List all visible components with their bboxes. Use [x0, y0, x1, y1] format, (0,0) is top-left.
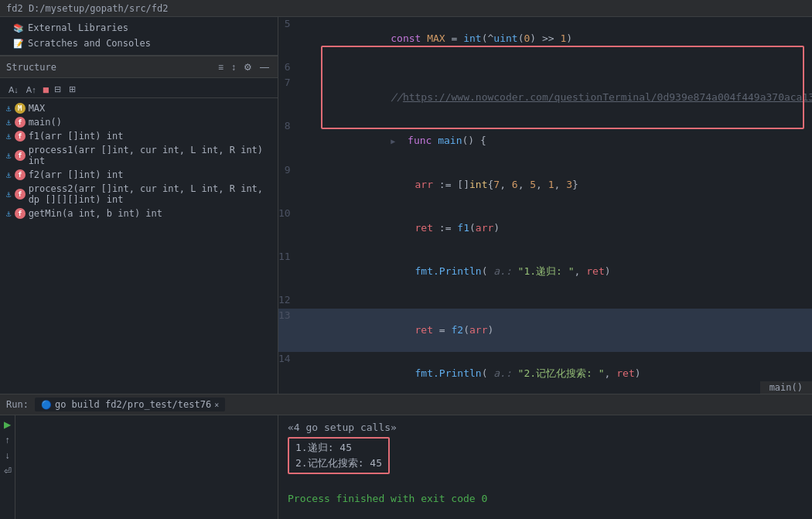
top-bar-title: fd2 D:/mysetup/gopath/src/fd2 — [6, 3, 169, 14]
terminal-sidebar-spacer — [15, 415, 278, 519]
line-content-5[interactable]: const MAX = int(^uint(0) >> 1) — [300, 17, 812, 60]
line-content-7[interactable]: //https://www.nowcoder.com/questionTermi… — [300, 76, 812, 119]
line-num-10: 10 — [278, 207, 300, 250]
scroll-up-button[interactable]: ↑ — [5, 434, 11, 446]
terminal-text-1: 1.递归: 45 — [295, 442, 352, 453]
func-icon-process2: f — [15, 189, 26, 200]
sort-button[interactable]: ≡ — [216, 61, 226, 73]
struct-item-f2[interactable]: ⚓ f f2(arr []int) int — [0, 168, 278, 182]
terminal-output[interactable]: «4 go setup calls» 1.递归: 45 2.记忆化搜索: 45 … — [278, 415, 812, 519]
struct-process1-label: process1(arr []int, cur int, L int, R in… — [29, 145, 271, 166]
sort-alpha-button[interactable]: ↕ — [229, 61, 238, 73]
sort-az-button[interactable]: A↓ — [6, 84, 21, 95]
sidebar-top: 📚 External Libraries 📝 Scratches and Con… — [0, 17, 278, 56]
terminal-line-1: 1.递归: 45 — [295, 440, 382, 456]
anchor-icon-6: ⚓ — [6, 190, 12, 200]
line-content-11[interactable]: fmt.Println( a.: "1.递归: ", ret) — [300, 250, 812, 293]
line-num-13: 13 — [278, 309, 300, 352]
line-num-7: 7 — [278, 76, 300, 119]
expand-button[interactable]: — — [258, 61, 271, 73]
terminal-line-2: 2.记忆化搜索: 45 — [295, 456, 382, 471]
func-icon-getMin: f — [15, 208, 26, 219]
wrap-button[interactable]: ⏎ — [3, 465, 12, 477]
terminal-output-box: 1.递归: 45 2.记忆化搜索: 45 — [288, 437, 390, 474]
struct-item-f1[interactable]: ⚓ f f1(arr []int) int — [0, 129, 278, 143]
func-icon-f2: f — [15, 169, 26, 180]
scratches-icon: 📝 — [12, 37, 25, 50]
func-icon-f1: f — [15, 131, 26, 142]
run-tab-label: go build fd2/pro_test/test76 — [55, 399, 211, 410]
struct-process2-label: process2(arr []int, cur int, L int, R in… — [29, 183, 271, 205]
fold-arrow-8[interactable]: ▶ — [391, 135, 401, 149]
line-content-13[interactable]: ret = f2(arr) — [300, 309, 812, 352]
line-row-10: 10 ret := f1(arr) — [278, 207, 812, 250]
structure-toolbar: ≡ ↕ ⚙ — — [216, 61, 271, 73]
line-content-9[interactable]: arr := []int{7, 6, 5, 1, 3} — [300, 163, 812, 207]
sidebar-item-external-libraries[interactable]: 📚 External Libraries — [6, 20, 271, 36]
line-row-8: 8 ▶ func main() { — [278, 119, 812, 163]
struct-item-process2[interactable]: ⚓ f process2(arr []int, cur int, L int, … — [0, 182, 278, 207]
main-layout: 📚 External Libraries 📝 Scratches and Con… — [0, 17, 812, 394]
line-content-10[interactable]: ret := f1(arr) — [300, 207, 812, 250]
sidebar-item-scratches-label: Scratches and Consoles — [28, 38, 151, 49]
sidebar: 📚 External Libraries 📝 Scratches and Con… — [0, 17, 278, 394]
struct-item-getMin[interactable]: ⚓ f getMin(a int, b int) int — [0, 207, 278, 220]
struct-f1-label: f1(arr []int) int — [29, 131, 124, 142]
editor-status: main() — [760, 381, 812, 394]
editor-area[interactable]: 5 const MAX = int(^uint(0) >> 1) 6 7 //h… — [278, 17, 812, 394]
sidebar-item-scratches[interactable]: 📝 Scratches and Consoles — [6, 36, 271, 51]
expand-all-button[interactable]: ⊞ — [67, 84, 78, 95]
terminal-line-setup: «4 go setup calls» — [288, 420, 803, 435]
line-num-5: 5 — [278, 17, 300, 60]
line-num-6: 6 — [278, 60, 300, 76]
line-content-6[interactable] — [300, 60, 812, 76]
struct-getMin-label: getMin(a int, b int) int — [29, 208, 162, 219]
terminal-line-empty — [288, 476, 803, 491]
line-row-7: 7 //https://www.nowcoder.com/questionTer… — [278, 76, 812, 119]
terminal-setup-text: «4 go setup calls» — [288, 422, 397, 433]
line-row-5: 5 const MAX = int(^uint(0) >> 1) — [278, 17, 812, 60]
external-libraries-icon: 📚 — [12, 22, 25, 34]
collapse-button[interactable]: ⊟ — [52, 84, 63, 95]
terminal-area: ▶ ↑ ↓ ⏎ «4 go setup calls» 1.递归: 45 2.记忆… — [0, 415, 812, 519]
sort-za-button[interactable]: A↑ — [24, 84, 39, 95]
anchor-icon-2: ⚓ — [6, 118, 12, 128]
func-icon-process1: f — [15, 150, 26, 161]
run-icon: 🔵 — [41, 400, 52, 410]
code-container[interactable]: 5 const MAX = int(^uint(0) >> 1) 6 7 //h… — [278, 17, 812, 394]
run-label: Run: — [6, 399, 29, 410]
line-content-8[interactable]: ▶ func main() { — [300, 119, 812, 163]
line-num-11: 11 — [278, 250, 300, 293]
struct-item-process1[interactable]: ⚓ f process1(arr []int, cur int, L int, … — [0, 143, 278, 168]
struct-item-main[interactable]: ⚓ f main() — [0, 115, 278, 129]
line-row-12: 12 — [278, 293, 812, 309]
run-close-button[interactable]: × — [214, 401, 219, 409]
struct-f2-label: f2(arr []int) int — [29, 169, 124, 180]
anchor-icon-7: ⚓ — [6, 209, 12, 219]
scroll-down-button[interactable]: ↓ — [5, 449, 11, 462]
top-bar: fd2 D:/mysetup/gopath/src/fd2 — [0, 0, 812, 17]
line-num-12: 12 — [278, 293, 300, 309]
play-button[interactable]: ▶ — [3, 418, 12, 431]
structure-items: A↓ A↑ ■ ⊟ ⊞ ⚓ M MAX ⚓ f main() ⚓ — [0, 78, 278, 394]
settings-button[interactable]: ⚙ — [241, 61, 254, 73]
terminal-line-exit: Process finished with exit code 0 — [288, 491, 803, 507]
line-content-12[interactable] — [300, 293, 812, 309]
anchor-icon-4: ⚓ — [6, 151, 12, 161]
struct-MAX-label: MAX — [29, 103, 46, 114]
anchor-icon: ⚓ — [6, 104, 12, 114]
line-row-6: 6 — [278, 60, 812, 76]
struct-item-MAX[interactable]: ⚓ M MAX — [0, 101, 278, 115]
line-content-14[interactable]: fmt.Println( a.: "2.记忆化搜索: ", ret) — [300, 352, 812, 394]
anchor-icon-5: ⚓ — [6, 170, 12, 180]
line-row-9: 9 arr := []int{7, 6, 5, 1, 3} — [278, 163, 812, 207]
run-tab[interactable]: 🔵 go build fd2/pro_test/test76 × — [35, 398, 225, 411]
run-bar: Run: 🔵 go build fd2/pro_test/test76 × — [0, 394, 812, 415]
code-table: 5 const MAX = int(^uint(0) >> 1) 6 7 //h… — [278, 17, 812, 394]
terminal-text-2: 2.记忆化搜索: 45 — [295, 457, 382, 469]
sidebar-item-external-label: External Libraries — [28, 22, 128, 33]
line-num-8: 8 — [278, 119, 300, 163]
editor-status-text: main() — [769, 382, 803, 393]
line-row-14: 14 fmt.Println( a.: "2.记忆化搜索: ", ret) — [278, 352, 812, 394]
line-row-13: 13 ret = f2(arr) — [278, 309, 812, 352]
